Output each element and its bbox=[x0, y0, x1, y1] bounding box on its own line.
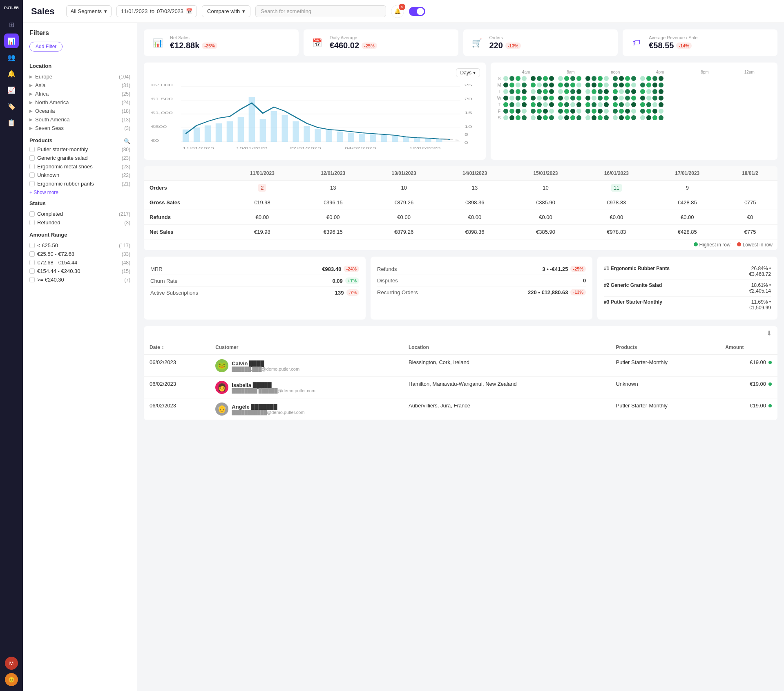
table-cell: €0.00 bbox=[652, 210, 723, 225]
svg-text:€1,000: €1,000 bbox=[151, 111, 173, 115]
dot-cell bbox=[598, 83, 603, 87]
dot-cell bbox=[522, 109, 527, 114]
dot-cell bbox=[619, 89, 624, 94]
orders-column-header: Location bbox=[403, 340, 610, 355]
notification-button[interactable]: 🔔 5 bbox=[391, 5, 404, 18]
status-checkbox[interactable] bbox=[29, 220, 35, 225]
dot-cell bbox=[531, 109, 536, 114]
svg-rect-30 bbox=[337, 132, 343, 142]
add-filter-button[interactable]: Add Filter bbox=[29, 42, 63, 51]
location-filter-item[interactable]: ▶ Oceania (18) bbox=[29, 107, 130, 115]
dot-cell bbox=[570, 96, 575, 101]
product-checkbox[interactable] bbox=[29, 164, 35, 169]
download-button[interactable]: ⬇ bbox=[766, 329, 772, 337]
sidebar-icon-tags[interactable]: 🏷️ bbox=[4, 99, 19, 114]
amount-checkbox[interactable] bbox=[29, 243, 35, 248]
order-location: Hamilton, Manawatu-Wanganui, New Zealand bbox=[403, 377, 610, 398]
search-input[interactable]: Search for something bbox=[255, 5, 386, 17]
dot-matrix-row: T bbox=[496, 89, 772, 94]
location-filter-item[interactable]: ▶ North America (24) bbox=[29, 98, 130, 107]
dot-cell bbox=[592, 76, 596, 81]
show-more-products[interactable]: + Show more bbox=[29, 190, 130, 195]
dot-cell bbox=[509, 96, 514, 101]
dot-cell bbox=[503, 83, 508, 87]
product-checkbox[interactable] bbox=[29, 172, 35, 178]
dot-cell bbox=[631, 96, 636, 101]
dot-cell bbox=[592, 89, 596, 94]
dot-cell bbox=[604, 76, 609, 81]
sidebar-icon-analytics[interactable]: 📈 bbox=[4, 83, 19, 97]
svg-text:04/02/2023: 04/02/2023 bbox=[345, 146, 376, 150]
order-amount: €19.00 bbox=[719, 377, 777, 398]
status-checkbox[interactable] bbox=[29, 211, 35, 217]
dot-cell bbox=[625, 96, 630, 101]
location-filter-item[interactable]: ▶ Europe (104) bbox=[29, 72, 130, 81]
dot-cell bbox=[652, 96, 657, 101]
metric-item: Active Subscriptions 139 -7% bbox=[150, 287, 359, 298]
amount-checkbox[interactable] bbox=[29, 268, 35, 274]
orders-column-header[interactable]: Date ↕ bbox=[144, 340, 210, 355]
dot-cell bbox=[652, 83, 657, 87]
segment-selector[interactable]: All Segments ▾ bbox=[66, 5, 112, 17]
sidebar-icon-notifications[interactable]: 🔔 bbox=[4, 66, 19, 81]
svg-rect-19 bbox=[216, 123, 222, 142]
location-filter-item[interactable]: ▶ Asia (31) bbox=[29, 81, 130, 89]
kpi-value: €58.55 -14% bbox=[649, 41, 697, 50]
table-cell: 11 bbox=[581, 181, 652, 195]
days-selector[interactable]: Days ▾ bbox=[456, 68, 480, 77]
dot-cell bbox=[558, 89, 563, 94]
sales-data-table: 11/01/202312/01/202313/01/202314/01/2023… bbox=[144, 166, 777, 239]
dot-cell bbox=[509, 109, 514, 114]
table-cell: 10 bbox=[510, 181, 581, 195]
dot-cell bbox=[631, 89, 636, 94]
sidebar: PUTLER ⊞ 📊 👥 🔔 📈 🏷️ 📋 M 😊 bbox=[0, 0, 23, 691]
product-checkbox[interactable] bbox=[29, 155, 35, 161]
dot-cell bbox=[652, 115, 657, 120]
amount-range-item: €25.50 - €72.68 (33) bbox=[29, 250, 130, 258]
dot-cell bbox=[564, 89, 569, 94]
amount-checkbox[interactable] bbox=[29, 260, 35, 265]
dot-cell bbox=[646, 83, 651, 87]
dot-cell bbox=[558, 76, 563, 81]
svg-rect-36 bbox=[403, 137, 409, 142]
dot-cell bbox=[659, 115, 663, 120]
order-location: Blessington, Cork, Ireland bbox=[403, 355, 610, 377]
location-filter-item[interactable]: ▶ South America (13) bbox=[29, 115, 130, 124]
date-range-picker[interactable]: 11/01/2023 to 07/02/2023 📅 bbox=[116, 5, 197, 17]
metric-item: Recurring Orders 220 • €12,880.63 -13% bbox=[377, 286, 586, 298]
dot-cell bbox=[537, 96, 542, 101]
table-cell: €0 bbox=[723, 210, 777, 225]
svg-text:10: 10 bbox=[464, 125, 472, 129]
dot-cell bbox=[598, 102, 603, 107]
dot-cell bbox=[598, 96, 603, 101]
svg-rect-31 bbox=[348, 133, 354, 142]
location-filter-item[interactable]: ▶ Africa (25) bbox=[29, 89, 130, 98]
location-filter-item[interactable]: ▶ Seven Seas (3) bbox=[29, 124, 130, 132]
amount-checkbox[interactable] bbox=[29, 277, 35, 282]
sidebar-icon-sales[interactable]: 📊 bbox=[4, 34, 19, 48]
theme-toggle[interactable] bbox=[409, 7, 425, 16]
dot-time-labels: 4am 8am noon 4pm 8pm 12am bbox=[496, 70, 772, 74]
dot-cell bbox=[558, 109, 563, 114]
user-avatar-face[interactable]: 😊 bbox=[5, 673, 18, 686]
sidebar-icon-customers[interactable]: 👥 bbox=[4, 50, 19, 65]
sidebar-icon-reports[interactable]: 📋 bbox=[4, 115, 19, 130]
dot-cell bbox=[503, 89, 508, 94]
product-checkbox[interactable] bbox=[29, 181, 35, 186]
dot-cell bbox=[537, 102, 542, 107]
products-search-icon[interactable]: 🔍 bbox=[124, 138, 130, 144]
user-avatar-m[interactable]: M bbox=[5, 657, 18, 670]
product-checkbox[interactable] bbox=[29, 147, 35, 152]
dot-cell bbox=[576, 83, 581, 87]
kpi-badge: -25% bbox=[202, 42, 217, 49]
amount-checkbox[interactable] bbox=[29, 251, 35, 257]
dot-cell bbox=[604, 102, 609, 107]
sidebar-icon-home[interactable]: ⊞ bbox=[4, 17, 19, 32]
dot-cell bbox=[613, 83, 618, 87]
dot-matrix-row: M bbox=[496, 83, 772, 87]
dot-cell bbox=[558, 102, 563, 107]
dot-cell bbox=[652, 89, 657, 94]
dot-cell bbox=[531, 76, 536, 81]
compare-button[interactable]: Compare with ▾ bbox=[202, 5, 250, 17]
svg-rect-34 bbox=[381, 135, 387, 142]
